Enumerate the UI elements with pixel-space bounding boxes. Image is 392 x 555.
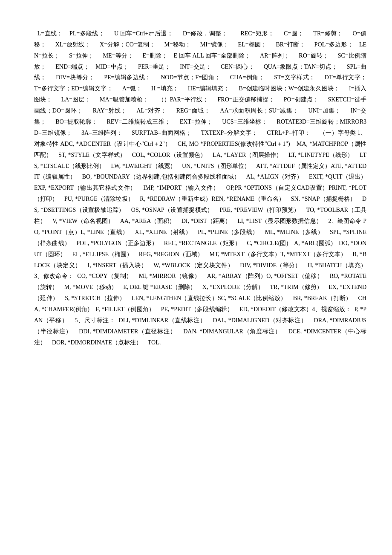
- content-text: L=直线； PL=多段线； U 回车=Ctrl+z=后退； D=修改，调整； R…: [34, 30, 375, 346]
- main-content: L=直线； PL=多段线； U 回车=Ctrl+z=后退； D=修改，调整； R…: [34, 17, 366, 348]
